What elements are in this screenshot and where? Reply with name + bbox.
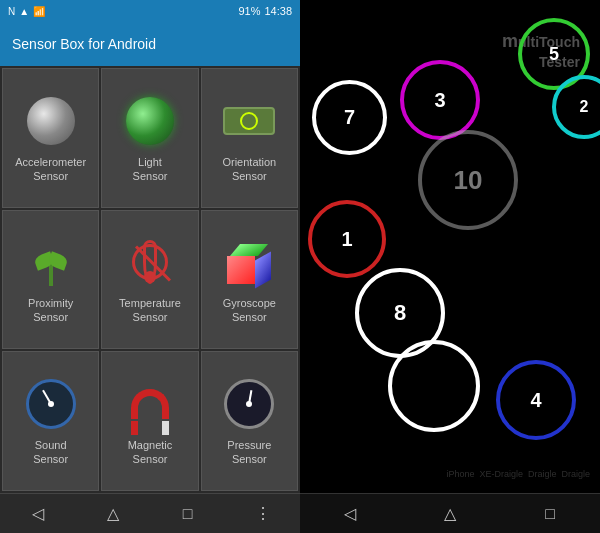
proximity-label: ProximitySensor: [28, 296, 73, 325]
sensor-item-light[interactable]: LightSensor: [101, 68, 198, 208]
status-bar-right: 91% 14:38: [238, 5, 292, 17]
touch-tester-background: multiTouchTester 7 3 5 2 10 1 8 4 iP: [300, 0, 600, 533]
accelerometer-icon: [27, 97, 75, 145]
pressure-label: PressureSensor: [227, 438, 271, 467]
orientation-icon-area: [221, 93, 277, 149]
app-bar: Sensor Box for Android: [0, 22, 300, 66]
gyroscope-icon-area: [221, 234, 277, 290]
proximity-icon: [25, 238, 77, 286]
right-home-button[interactable]: △: [430, 494, 470, 534]
nfc-icon: N: [8, 6, 15, 17]
right-recents-button[interactable]: □: [530, 494, 570, 534]
touch-point-1: 1: [308, 200, 386, 278]
right-phone: multiTouchTester 7 3 5 2 10 1 8 4 iP: [300, 0, 600, 533]
touch-point-bottom-white: [388, 340, 480, 432]
back-button[interactable]: ◁: [18, 494, 58, 534]
left-phone: N ▲ 📶 91% 14:38 Sensor Box for Android A…: [0, 0, 300, 533]
sound-label: SoundSensor: [33, 438, 68, 467]
right-nav-bar: ◁ △ □: [300, 493, 600, 533]
temperature-icon-area: [122, 234, 178, 290]
sensor-item-temperature[interactable]: TemperatureSensor: [101, 210, 198, 350]
sound-icon-area: [23, 376, 79, 432]
accelerometer-label: AccelerometerSensor: [15, 155, 86, 184]
sensor-item-orientation[interactable]: OrientationSensor: [201, 68, 298, 208]
magnetic-icon-area: [122, 376, 178, 432]
touch-point-3: 3: [400, 60, 480, 140]
app-title: Sensor Box for Android: [12, 36, 156, 52]
light-icon: [126, 97, 174, 145]
touch-point-10: 10: [418, 130, 518, 230]
status-bar: N ▲ 📶 91% 14:38: [0, 0, 300, 22]
sensor-item-magnetic[interactable]: MagneticSensor: [101, 351, 198, 491]
home-button[interactable]: △: [93, 494, 133, 534]
proximity-icon-area: [23, 234, 79, 290]
pressure-icon-area: [221, 376, 277, 432]
pressure-icon: [224, 379, 274, 429]
sensor-item-gyroscope[interactable]: GyroscopeSensor: [201, 210, 298, 350]
recents-button[interactable]: □: [168, 494, 208, 534]
sensor-grid: AccelerometerSensor LightSensor Orientat…: [0, 66, 300, 493]
magnetic-label: MagneticSensor: [128, 438, 173, 467]
right-back-button[interactable]: ◁: [330, 494, 370, 534]
touch-point-4: 4: [496, 360, 576, 440]
sensor-item-accelerometer[interactable]: AccelerometerSensor: [2, 68, 99, 208]
gyroscope-icon: [227, 240, 271, 284]
menu-button[interactable]: ⋮: [243, 494, 283, 534]
sensor-item-pressure[interactable]: PressureSensor: [201, 351, 298, 491]
left-nav-bar: ◁ △ □ ⋮: [0, 493, 300, 533]
orientation-label: OrientationSensor: [222, 155, 276, 184]
battery-label: 91%: [238, 5, 260, 17]
gyroscope-label: GyroscopeSensor: [223, 296, 276, 325]
light-icon-area: [122, 93, 178, 149]
sensor-item-proximity[interactable]: ProximitySensor: [2, 210, 99, 350]
status-bar-left: N ▲ 📶: [8, 6, 45, 17]
signal-icon: 📶: [33, 6, 45, 17]
touch-point-7: 7: [312, 80, 387, 155]
magnetic-icon: [127, 381, 173, 427]
sound-icon: [26, 379, 76, 429]
temperature-label: TemperatureSensor: [119, 296, 181, 325]
wifi-icon: ▲: [19, 6, 29, 17]
sensor-item-sound[interactable]: SoundSensor: [2, 351, 99, 491]
light-label: LightSensor: [133, 155, 168, 184]
accelerometer-icon-area: [23, 93, 79, 149]
temperature-icon: [126, 236, 174, 288]
orientation-icon: [223, 107, 275, 135]
time-label: 14:38: [264, 5, 292, 17]
watermark-bottom: iPhone XE-Draigle Draigle Draigle: [446, 467, 590, 481]
